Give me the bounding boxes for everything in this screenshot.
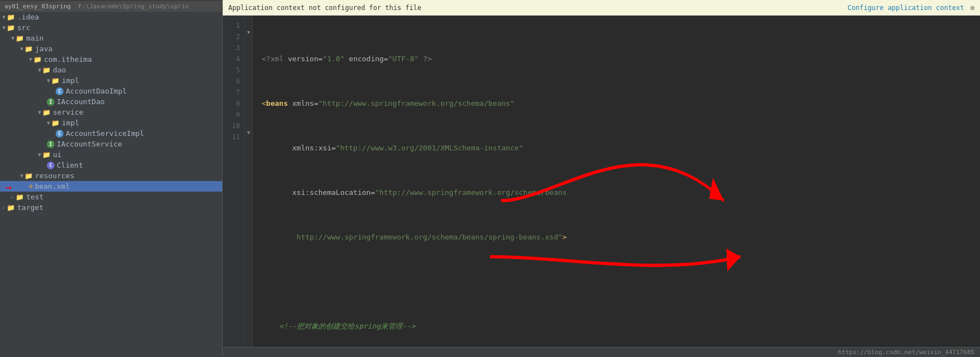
tree-label: service: [53, 108, 84, 116]
folder-icon: 📁: [42, 151, 51, 159]
tree-item-bean-xml[interactable]: → ⚙ bean.xml: [0, 181, 222, 192]
tree-item-impl-dao[interactable]: ▼ 📁 impl: [0, 75, 222, 86]
arrow-icon: ▼: [11, 35, 14, 41]
tree-item-dao[interactable]: ▼ 📁 dao: [0, 65, 222, 75]
class-icon: C: [56, 130, 63, 138]
red-arrow-bean-xml: →: [6, 180, 12, 192]
fold-gutter: ▼ ▼: [245, 16, 253, 347]
configure-link[interactable]: Configure application context: [847, 4, 964, 12]
tree-label: main: [26, 34, 43, 42]
status-bar: https://blog.csdn.net/weixin_44717685: [223, 347, 980, 357]
class-icon: C: [47, 162, 55, 169]
folder-icon: 📁: [24, 45, 33, 53]
tree-label: AccountDaoImpl: [66, 87, 127, 95]
xml-comment: <!--把对象的创建交给spring来管理-->: [279, 321, 415, 332]
fold-button-beans[interactable]: ▼: [247, 130, 250, 135]
code-line-2: <beans xmlns="http://www.springframework…: [262, 98, 971, 109]
tree-label: ui: [53, 150, 62, 159]
code-line-3: xmlns:xsi="http://www.w3.org/2001/XMLSch…: [262, 143, 971, 154]
notification-bar: Application context not configured for t…: [223, 0, 980, 16]
folder-icon: 📁: [7, 13, 15, 21]
tree-label: impl: [62, 119, 79, 127]
code-line-6: [262, 276, 971, 287]
code-area: 1 2 3 4 5 6 7 8 9 10 11 ▼: [223, 16, 980, 347]
arrow-icon: ▼: [47, 77, 50, 84]
tree-item-ui[interactable]: ▼ 📁 ui: [0, 149, 222, 160]
folder-icon: 📁: [33, 56, 42, 63]
folder-icon: 📁: [16, 193, 24, 201]
folder-icon: 📁: [42, 109, 51, 116]
arrow-icon: ▼: [20, 46, 23, 52]
folder-icon: 📁: [24, 172, 33, 180]
arrow-icon: ▼: [38, 109, 41, 115]
interface-icon: I: [47, 140, 55, 148]
project-title: ay01_eesy_03spring F:\Javacode\Spring_st…: [0, 1, 222, 12]
tree-item-AccountServiceImpl[interactable]: C AccountServiceImpl: [0, 128, 222, 139]
tree-label: Client: [57, 161, 83, 169]
tree-label: .idea: [17, 13, 39, 21]
tree-item-test[interactable]: ▶ 📁 test: [0, 192, 222, 202]
status-url: https://blog.csdn.net/weixin_44717685: [838, 349, 974, 356]
arrow-icon: ▼: [2, 14, 6, 20]
tree-label: dao: [53, 66, 66, 74]
tree-item-IAccountService[interactable]: I IAccountService: [0, 139, 222, 149]
tree-label: AccountServiceImpl: [66, 129, 144, 138]
arrow-icon: ▼: [47, 120, 50, 126]
tree-item-Client[interactable]: C Client: [0, 160, 222, 170]
tree-label: java: [35, 45, 52, 53]
editor-content: 1 2 3 4 5 6 7 8 9 10 11 ▼: [223, 16, 980, 347]
xml-icon: ⚙: [29, 183, 33, 190]
tree-label: bean.xml: [35, 182, 70, 190]
folder-icon: 📁: [42, 66, 51, 74]
tree-item-src[interactable]: ▼ 📁 src: [0, 22, 222, 33]
arrow-icon: ▶: [2, 204, 6, 211]
tree-item-IAccountDao[interactable]: I IAccountDao: [0, 96, 222, 107]
tree-item-service[interactable]: ▼ 📁 service: [0, 107, 222, 118]
code-line-1: <?xml version="1.0" encoding="UTF-8" ?>: [262, 53, 971, 65]
code-line-7: <!--把对象的创建交给spring来管理-->: [262, 321, 971, 332]
arrow-icon: ▼: [38, 151, 41, 158]
tree-item-impl-service[interactable]: ▼ 📁 impl: [0, 118, 222, 128]
tree-item-target[interactable]: ▶ 📁 target: [0, 202, 222, 213]
tree-item-idea[interactable]: ▼ 📁 .idea: [0, 12, 222, 22]
tree-label: target: [17, 203, 43, 212]
arrow-icon: ▶: [11, 194, 14, 200]
tree-label: src: [17, 23, 30, 32]
tree-item-main[interactable]: ▼ 📁 main: [0, 33, 222, 43]
arrow-icon: ▼: [20, 173, 23, 179]
folder-icon: 📁: [16, 35, 24, 42]
tree-label: IAccountDao: [57, 97, 105, 106]
xml-decl: <?xml: [262, 53, 288, 65]
class-icon: C: [56, 87, 63, 95]
tree-item-java[interactable]: ▼ 📁 java: [0, 43, 222, 54]
arrow-icon: ▼: [2, 25, 6, 31]
tree-item-resources[interactable]: ▼ 📁 resources: [0, 170, 222, 181]
folder-icon: 📁: [7, 24, 15, 32]
tree-label: test: [26, 193, 43, 201]
folder-icon: 📁: [51, 119, 60, 127]
editor-panel: Application context not configured for t…: [223, 0, 980, 357]
fold-button[interactable]: ▼: [247, 30, 250, 35]
code-line-5: http://www.springframework.org/schema/be…: [262, 232, 971, 243]
folder-icon: 📁: [7, 204, 15, 212]
code-content[interactable]: <?xml version="1.0" encoding="UTF-8" ?> …: [253, 16, 980, 347]
interface-icon: I: [47, 98, 55, 106]
tree-label: com.itheima: [44, 55, 92, 63]
configure-action[interactable]: Configure application context ⚙: [847, 4, 974, 12]
tree-item-AccountDaoImpl[interactable]: C AccountDaoImpl: [0, 86, 222, 96]
notification-message: Application context not configured for t…: [228, 4, 422, 12]
gear-icon: ⚙: [971, 4, 974, 12]
tree-label: impl: [62, 76, 79, 85]
arrow-icon: ▼: [38, 67, 41, 73]
file-tree: ay01_eesy_03spring F:\Javacode\Spring_st…: [0, 0, 223, 357]
code-line-4: xsi:schemaLocation="http://www.springfra…: [262, 187, 971, 198]
tree-label: IAccountService: [57, 140, 122, 148]
folder-icon: 📁: [51, 77, 60, 85]
arrow-icon: ▼: [29, 56, 32, 62]
tree-label: resources: [35, 172, 74, 180]
line-numbers: 1 2 3 4 5 6 7 8 9 10 11: [223, 16, 245, 347]
tree-item-com-itheima[interactable]: ▼ 📁 com.itheima: [0, 54, 222, 65]
